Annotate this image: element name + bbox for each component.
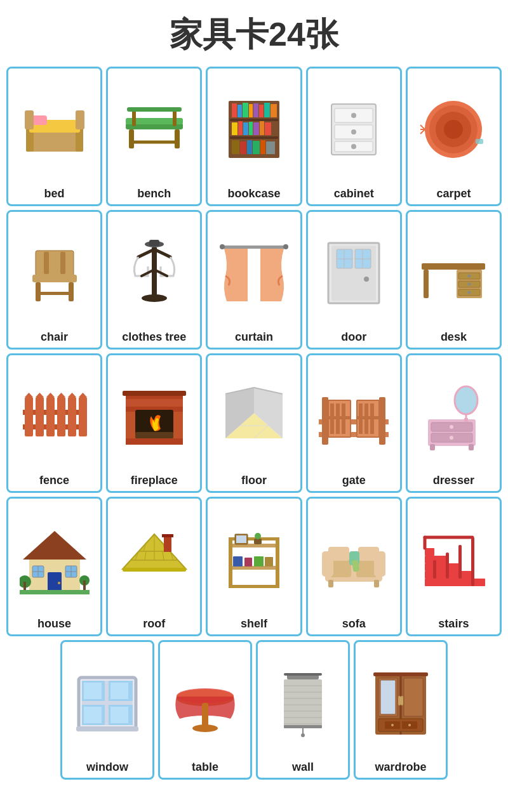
- svg-rect-247: [373, 672, 428, 676]
- svg-rect-20: [243, 103, 248, 117]
- svg-rect-240: [398, 696, 401, 705]
- svg-rect-183: [244, 558, 252, 566]
- svg-rect-38: [266, 141, 275, 154]
- svg-rect-55: [32, 275, 77, 282]
- svg-rect-28: [243, 122, 248, 135]
- svg-marker-94: [25, 393, 33, 397]
- svg-rect-136: [469, 444, 474, 450]
- sofa-label: sofa: [342, 617, 366, 631]
- svg-rect-57: [69, 282, 74, 301]
- svg-rect-144: [48, 572, 62, 591]
- card-wardrobe: wardrobe: [354, 640, 448, 780]
- card-fence: fence: [6, 353, 102, 493]
- card-roof: roof: [106, 497, 202, 636]
- svg-point-71: [220, 244, 225, 249]
- card-cabinet: cabinet: [306, 67, 402, 206]
- svg-point-245: [391, 724, 394, 726]
- svg-rect-185: [265, 557, 273, 566]
- svg-rect-70: [222, 246, 286, 249]
- curtain-label: curtain: [235, 331, 273, 344]
- svg-rect-35: [247, 140, 252, 154]
- svg-rect-95: [36, 397, 44, 436]
- svg-point-89: [468, 291, 471, 294]
- card-shelf: shelf: [206, 497, 302, 636]
- svg-point-138: [450, 425, 453, 429]
- svg-rect-184: [254, 556, 264, 566]
- card-chair: chair: [6, 210, 102, 350]
- svg-rect-203: [458, 545, 462, 579]
- svg-rect-212: [84, 683, 102, 699]
- svg-rect-33: [232, 140, 239, 154]
- svg-rect-112: [123, 391, 186, 396]
- carpet-label: carpet: [436, 187, 471, 200]
- svg-rect-29: [249, 122, 253, 135]
- svg-rect-180: [254, 539, 262, 544]
- svg-rect-23: [259, 105, 264, 117]
- svg-rect-224: [284, 679, 322, 727]
- card-stairs: stairs: [406, 497, 502, 636]
- table-image: [163, 647, 248, 758]
- fence-image: [11, 360, 98, 471]
- fireplace-label: fireplace: [131, 474, 178, 487]
- card-fireplace: fireplace: [106, 353, 202, 493]
- svg-rect-155: [83, 580, 86, 590]
- svg-rect-111: [135, 432, 173, 438]
- roof-image: [110, 504, 197, 615]
- svg-point-45: [351, 144, 356, 149]
- svg-rect-22: [253, 103, 258, 117]
- svg-rect-215: [110, 707, 128, 723]
- svg-line-50: [420, 125, 425, 129]
- svg-rect-21: [249, 104, 253, 117]
- svg-rect-121: [379, 397, 385, 445]
- bed-label: bed: [44, 187, 65, 200]
- bed-image: [11, 74, 98, 185]
- svg-rect-61: [152, 247, 157, 298]
- svg-rect-103: [79, 397, 87, 436]
- svg-rect-232: [284, 725, 322, 728]
- svg-rect-153: [23, 582, 26, 591]
- svg-rect-179: [236, 535, 246, 543]
- svg-rect-182: [233, 556, 243, 566]
- window-image: [65, 647, 150, 758]
- desk-image: [410, 217, 497, 328]
- bookcase-image: [210, 74, 297, 185]
- svg-rect-10: [175, 129, 180, 148]
- svg-rect-107: [126, 400, 183, 405]
- svg-rect-53: [476, 139, 483, 144]
- stairs-label: stairs: [438, 617, 469, 631]
- svg-rect-216: [76, 726, 138, 731]
- wall-image: [260, 647, 345, 758]
- bookcase-label: bookcase: [227, 187, 280, 200]
- svg-rect-37: [260, 140, 265, 154]
- svg-rect-34: [240, 141, 246, 154]
- svg-rect-14: [127, 107, 182, 112]
- svg-line-52: [420, 129, 425, 134]
- svg-rect-32: [265, 122, 271, 135]
- svg-point-85: [468, 274, 471, 277]
- card-floor: floor: [206, 353, 302, 493]
- svg-rect-36: [253, 141, 260, 154]
- svg-marker-104: [79, 393, 87, 397]
- svg-rect-82: [422, 263, 485, 270]
- svg-point-181: [255, 533, 261, 539]
- gate-image: [311, 360, 398, 471]
- svg-rect-214: [84, 707, 102, 723]
- svg-marker-96: [36, 393, 44, 397]
- svg-rect-67: [149, 240, 159, 246]
- svg-rect-191: [322, 551, 333, 577]
- svg-rect-205: [433, 560, 436, 579]
- svg-marker-143: [23, 531, 86, 560]
- svg-rect-31: [260, 121, 264, 135]
- svg-rect-241: [401, 696, 403, 705]
- svg-point-145: [58, 582, 60, 584]
- card-curtain: curtain: [206, 210, 302, 350]
- card-carpet: carpet: [406, 67, 502, 206]
- card-door: door: [306, 210, 402, 350]
- card-grid: bed bench: [6, 67, 502, 636]
- carpet-image: [410, 74, 497, 185]
- card-gate: gate: [306, 353, 402, 493]
- svg-point-43: [351, 129, 356, 134]
- svg-rect-97: [46, 397, 55, 436]
- svg-point-140: [450, 436, 453, 440]
- svg-point-87: [468, 282, 471, 285]
